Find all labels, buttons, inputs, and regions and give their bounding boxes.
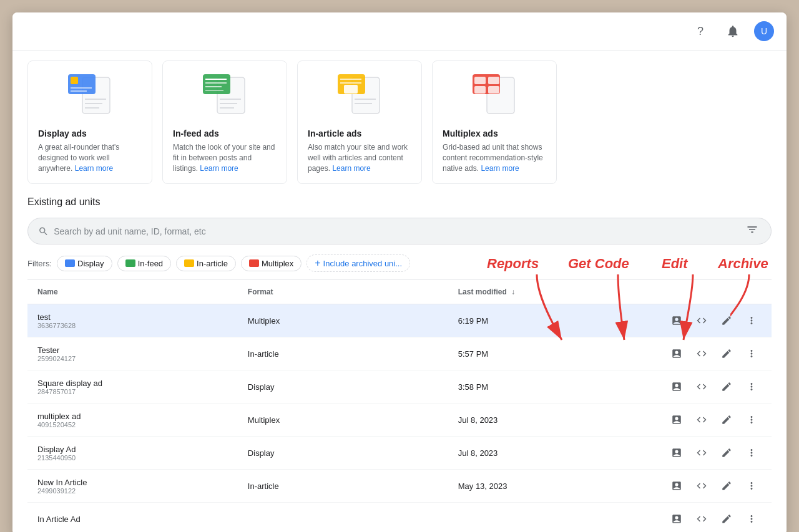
inarticle-chip-icon bbox=[184, 259, 194, 267]
ad-type-cards: Display ads A great all-rounder that's d… bbox=[12, 51, 787, 196]
existing-ad-units-section: Existing ad units Filters: Display In- bbox=[12, 196, 787, 532]
cell-actions bbox=[610, 304, 772, 337]
more-options-button[interactable] bbox=[742, 377, 762, 397]
display-ads-card[interactable]: Display ads A great all-rounder that's d… bbox=[27, 60, 152, 184]
ad-unit-id: 2135440950 bbox=[37, 454, 228, 462]
ad-unit-name: multiplex ad bbox=[37, 412, 228, 421]
svg-rect-30 bbox=[488, 86, 499, 94]
more-options-button[interactable] bbox=[742, 443, 762, 463]
svg-rect-27 bbox=[474, 77, 486, 84]
get-code-button[interactable] bbox=[692, 509, 712, 529]
edit-button[interactable] bbox=[717, 377, 737, 397]
cell-actions bbox=[610, 503, 772, 532]
cell-modified: 6:19 PM bbox=[448, 304, 610, 337]
more-options-button[interactable] bbox=[742, 311, 762, 331]
multiplex-ads-desc: Grid-based ad unit that shows content re… bbox=[443, 142, 546, 173]
ad-units-table-container: Name Format Last modified ↓ tes bbox=[27, 279, 772, 532]
cell-actions bbox=[610, 470, 772, 503]
filter-chip-inarticle[interactable]: In-article bbox=[176, 256, 236, 271]
get-code-button[interactable] bbox=[692, 443, 712, 463]
multiplex-ads-learn-more[interactable]: Learn more bbox=[481, 164, 519, 173]
reports-button[interactable] bbox=[667, 443, 687, 463]
edit-button[interactable] bbox=[717, 509, 737, 529]
svg-rect-22 bbox=[344, 85, 358, 94]
filters-label: Filters: bbox=[27, 259, 52, 268]
table-row: Square display ad 2847857017 Display 3:5… bbox=[27, 370, 772, 404]
col-header-name: Name bbox=[27, 280, 238, 304]
cell-actions bbox=[610, 370, 772, 404]
search-bar-container bbox=[27, 218, 772, 244]
inarticle-ads-card[interactable]: In-article ads Also match your site and … bbox=[297, 60, 422, 184]
include-archived-label: Include archived uni... bbox=[323, 259, 402, 268]
cell-format: In-article bbox=[238, 337, 448, 370]
edit-button[interactable] bbox=[717, 344, 737, 364]
cell-modified bbox=[448, 503, 610, 532]
cell-actions bbox=[610, 337, 772, 370]
ad-unit-name: Square display ad bbox=[37, 379, 228, 388]
sort-down-icon: ↓ bbox=[511, 288, 515, 296]
ad-unit-id: 4091520452 bbox=[37, 421, 228, 428]
inarticle-ads-illustration bbox=[335, 74, 385, 118]
reports-button[interactable] bbox=[667, 509, 687, 529]
inarticle-ads-icon-area bbox=[308, 71, 411, 121]
filter-chip-display[interactable]: Display bbox=[57, 256, 112, 271]
main-window: ? U bbox=[12, 12, 787, 532]
display-ads-icon-area bbox=[38, 71, 142, 121]
infeed-ads-card[interactable]: In-feed ads Match the look of your site … bbox=[162, 60, 287, 184]
ad-unit-name: Display Ad bbox=[37, 445, 228, 454]
reports-button[interactable] bbox=[667, 377, 687, 397]
help-icon[interactable]: ? bbox=[689, 20, 712, 42]
get-code-button[interactable] bbox=[692, 377, 712, 397]
include-archived-button[interactable]: + Include archived uni... bbox=[306, 254, 410, 272]
cell-actions bbox=[610, 437, 772, 470]
display-chip-icon bbox=[65, 259, 75, 267]
multiplex-chip-icon bbox=[249, 259, 259, 267]
display-ads-learn-more[interactable]: Learn more bbox=[75, 164, 113, 173]
reports-button[interactable] bbox=[667, 344, 687, 364]
user-avatar[interactable]: U bbox=[754, 21, 774, 41]
topbar: ? U bbox=[12, 12, 787, 51]
more-options-button[interactable] bbox=[742, 476, 762, 496]
reports-button[interactable] bbox=[667, 311, 687, 331]
multiplex-ads-card[interactable]: Multiplex ads Grid-based ad unit that sh… bbox=[432, 60, 557, 184]
inarticle-ads-learn-more[interactable]: Learn more bbox=[332, 164, 370, 173]
multiplex-chip-label: Multiplex bbox=[262, 259, 293, 268]
ad-unit-id: 3636773628 bbox=[37, 322, 228, 329]
ad-unit-name: Tester bbox=[37, 346, 228, 355]
table-row: New In Article 2499039122 In-article May… bbox=[27, 470, 772, 503]
filter-options-button[interactable] bbox=[743, 223, 761, 239]
get-code-button[interactable] bbox=[692, 410, 712, 430]
svg-rect-2 bbox=[71, 77, 78, 84]
inarticle-chip-label: In-article bbox=[197, 259, 228, 268]
cell-modified: May 13, 2023 bbox=[448, 470, 610, 503]
notifications-icon[interactable] bbox=[722, 20, 744, 42]
col-header-modified[interactable]: Last modified ↓ bbox=[448, 280, 610, 304]
section-title: Existing ad units bbox=[27, 196, 772, 208]
svg-rect-9 bbox=[203, 74, 230, 94]
edit-button[interactable] bbox=[717, 443, 737, 463]
edit-button[interactable] bbox=[717, 311, 737, 331]
infeed-ads-icon-area bbox=[173, 71, 277, 121]
inarticle-ads-title: In-article ads bbox=[308, 128, 411, 138]
get-code-button[interactable] bbox=[692, 344, 712, 364]
reports-button[interactable] bbox=[667, 476, 687, 496]
reports-button[interactable] bbox=[667, 410, 687, 430]
col-header-actions bbox=[610, 280, 772, 304]
get-code-button[interactable] bbox=[692, 476, 712, 496]
search-input[interactable] bbox=[54, 226, 743, 236]
filter-chip-infeed[interactable]: In-feed bbox=[117, 256, 171, 271]
edit-button[interactable] bbox=[717, 476, 737, 496]
filter-chip-multiplex[interactable]: Multiplex bbox=[241, 256, 301, 271]
table-header: Name Format Last modified ↓ bbox=[27, 280, 772, 304]
infeed-ads-learn-more[interactable]: Learn more bbox=[200, 164, 238, 173]
get-code-button[interactable] bbox=[692, 311, 712, 331]
more-options-button[interactable] bbox=[742, 344, 762, 364]
search-icon bbox=[38, 226, 49, 237]
filters-row: Filters: Display In-feed In-article Mult… bbox=[27, 254, 772, 272]
table-row: Tester 2599024127 In-article 5:57 PM bbox=[27, 337, 772, 370]
edit-button[interactable] bbox=[717, 410, 737, 430]
multiplex-ads-icon-area bbox=[443, 71, 546, 121]
cell-name: Tester 2599024127 bbox=[27, 337, 238, 370]
more-options-button[interactable] bbox=[742, 410, 762, 430]
more-options-button[interactable] bbox=[742, 509, 762, 529]
